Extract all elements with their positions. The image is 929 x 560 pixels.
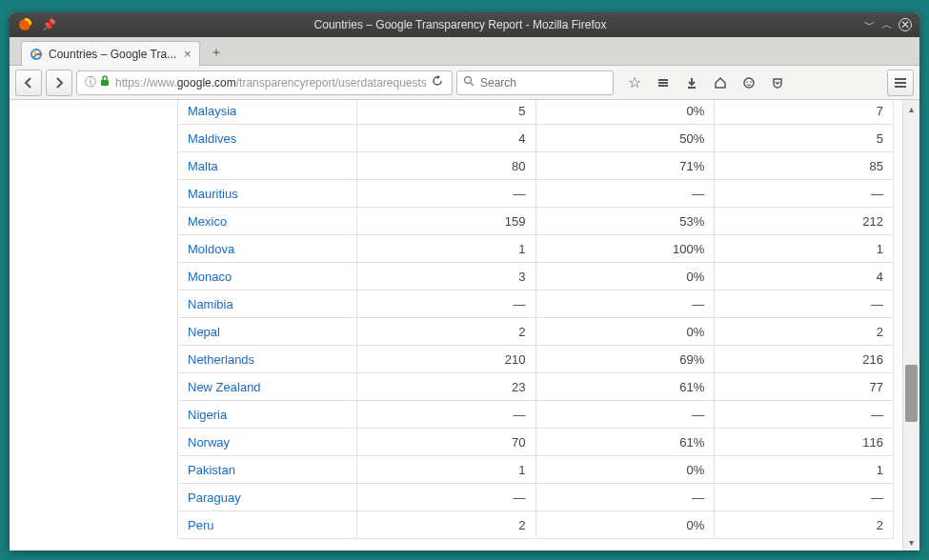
requests-cell: 159 (356, 208, 535, 235)
country-link[interactable]: Moldova (188, 242, 234, 256)
accounts-cell: — (715, 484, 894, 511)
vertical-scrollbar[interactable]: ▴ ▾ (902, 100, 919, 550)
country-cell: Namibia (178, 290, 357, 318)
window-maximize-button[interactable]: ︿ (881, 17, 893, 33)
pin-icon[interactable]: 📌 (42, 18, 56, 31)
percent-cell: — (535, 484, 715, 511)
tab-close-button[interactable]: × (184, 47, 192, 61)
scroll-thumb[interactable] (905, 365, 918, 422)
table-row: Peru20%2 (178, 511, 894, 539)
country-cell: Norway (178, 429, 357, 456)
svg-point-3 (465, 77, 472, 84)
country-cell: New Zealand (178, 373, 357, 401)
browser-tab[interactable]: Countries – Google Tra... × (21, 41, 200, 66)
country-cell: Peru (178, 511, 357, 539)
country-link[interactable]: Pakistan (188, 463, 235, 477)
scroll-up-button[interactable]: ▴ (903, 100, 919, 117)
window-minimize-button[interactable]: ﹀ (864, 17, 876, 33)
country-link[interactable]: Mauritius (188, 187, 238, 201)
svg-rect-5 (658, 79, 668, 81)
table-row: Moldova1100%1 (178, 235, 894, 263)
site-info-icon[interactable]: ⓘ (85, 74, 96, 90)
country-link[interactable]: Mexico (188, 214, 227, 229)
table-row: Malaysia50%7 (178, 100, 894, 125)
requests-cell: 5 (356, 100, 535, 125)
country-link[interactable]: Namibia (188, 297, 233, 311)
scroll-track[interactable] (903, 117, 919, 533)
percent-cell: 0% (535, 263, 715, 290)
new-tab-button[interactable]: ＋ (204, 42, 229, 63)
table-row: Paraguay——— (178, 484, 894, 511)
requests-cell: — (356, 290, 535, 318)
country-cell: Nigeria (178, 401, 357, 429)
percent-cell: 0% (535, 318, 715, 346)
country-link[interactable]: Monaco (188, 270, 232, 284)
lock-icon (100, 75, 110, 90)
forward-button[interactable] (46, 70, 72, 96)
window-close-button[interactable]: ✕ (899, 18, 912, 31)
table-row: Nigeria——— (178, 401, 894, 429)
requests-cell: — (356, 180, 535, 208)
percent-cell: 61% (535, 429, 715, 456)
url-text: https://www.google.com/transparencyrepor… (115, 76, 427, 90)
downloads-button[interactable] (678, 70, 705, 96)
accounts-cell: 116 (715, 429, 894, 456)
country-cell: Pakistan (178, 456, 357, 484)
scroll-down-button[interactable]: ▾ (903, 533, 919, 550)
search-input[interactable] (480, 76, 607, 90)
country-link[interactable]: Nigeria (188, 408, 227, 422)
reading-list-button[interactable] (650, 70, 677, 96)
svg-rect-7 (658, 85, 668, 87)
country-link[interactable]: Peru (188, 518, 213, 532)
menu-button[interactable] (887, 70, 914, 96)
search-bar[interactable] (456, 70, 614, 95)
country-cell: Netherlands (178, 346, 357, 373)
percent-cell: 100% (535, 235, 715, 263)
table-row: Maldives450%5 (178, 125, 894, 152)
reload-button[interactable] (427, 74, 448, 90)
accounts-cell: 2 (715, 511, 894, 539)
bookmark-star-button[interactable]: ☆ (621, 70, 648, 96)
requests-cell: 80 (356, 152, 535, 180)
table-row: Malta8071%85 (178, 152, 894, 180)
country-link[interactable]: Maldives (188, 131, 236, 146)
url-bar[interactable]: ⓘ https://www.google.com/transparencyrep… (76, 70, 453, 95)
percent-cell: — (535, 180, 715, 208)
requests-cell: 210 (356, 346, 535, 373)
google-favicon-icon (30, 48, 43, 61)
requests-cell: 23 (356, 373, 535, 401)
country-link[interactable]: Nepal (188, 325, 220, 339)
requests-cell: 1 (356, 235, 535, 263)
table-row: Norway7061%116 (178, 429, 894, 456)
accounts-cell: 1 (715, 456, 894, 484)
accounts-cell: — (715, 401, 894, 429)
requests-cell: — (356, 401, 535, 429)
country-link[interactable]: Malaysia (188, 104, 236, 118)
browser-window: 📌 Countries – Google Transparency Report… (10, 12, 919, 550)
requests-cell: — (356, 484, 535, 511)
country-cell: Malta (178, 152, 357, 180)
table-row: Monaco30%4 (178, 263, 894, 290)
page-content[interactable]: Malaysia50%7Maldives450%5Malta8071%85Mau… (10, 100, 902, 550)
country-link[interactable]: Paraguay (188, 490, 241, 505)
requests-cell: 70 (356, 429, 535, 456)
country-link[interactable]: New Zealand (188, 380, 261, 394)
country-cell: Monaco (178, 263, 357, 290)
accounts-cell: 1 (715, 235, 894, 263)
back-button[interactable] (15, 70, 42, 96)
accounts-cell: 4 (715, 263, 894, 290)
requests-cell: 3 (356, 263, 535, 290)
chat-button[interactable] (736, 70, 762, 96)
svg-point-10 (746, 81, 748, 83)
home-button[interactable] (707, 70, 734, 96)
country-link[interactable]: Malta (188, 159, 218, 173)
pocket-button[interactable] (764, 70, 791, 96)
table-row: Namibia——— (178, 290, 894, 318)
percent-cell: — (535, 401, 715, 429)
percent-cell: 69% (535, 346, 715, 373)
country-link[interactable]: Netherlands (188, 352, 254, 367)
country-link[interactable]: Norway (188, 435, 230, 450)
window-titlebar: 📌 Countries – Google Transparency Report… (10, 12, 919, 37)
percent-cell: 0% (535, 511, 715, 539)
svg-point-11 (750, 81, 752, 83)
